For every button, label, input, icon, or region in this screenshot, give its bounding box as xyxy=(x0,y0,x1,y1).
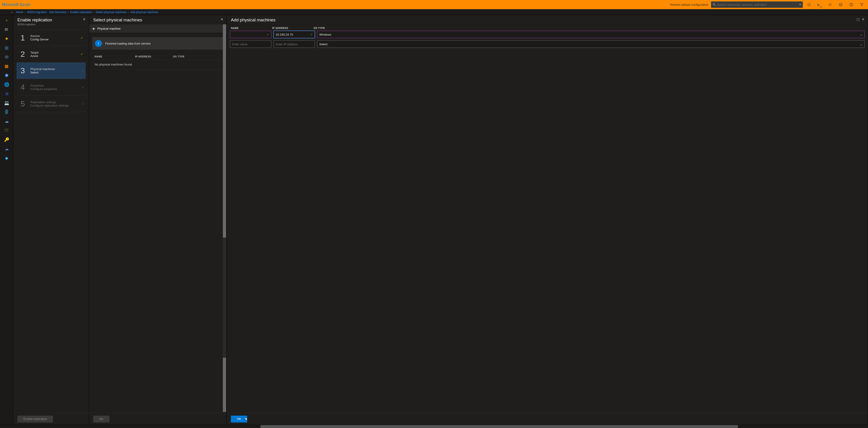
chevron-down-icon: ⌄ xyxy=(860,42,863,46)
svg-point-4 xyxy=(840,4,840,4)
table-header: NAME IP ADDRESS OS TYPE xyxy=(92,54,223,59)
close-icon[interactable]: ✕ xyxy=(221,18,223,21)
nav-cloud-icon[interactable]: ☁ xyxy=(2,117,11,125)
nav-favorites-icon[interactable]: ★ xyxy=(2,34,11,43)
top-bar: Microsoft Azure Restore default configur… xyxy=(0,0,868,9)
close-icon[interactable]: ✕ xyxy=(83,18,86,21)
check-icon: ✓ xyxy=(80,52,83,56)
filter-icon[interactable] xyxy=(858,0,866,9)
svg-point-12 xyxy=(5,29,5,30)
search-icon xyxy=(713,3,716,6)
chevron-right-icon: › xyxy=(83,85,83,89)
close-icon[interactable]: ✕ xyxy=(862,18,865,21)
add-physical-machine-button[interactable]: ＋ Physical machine xyxy=(89,24,226,33)
step-physical-machines[interactable]: 3 Physical machinesSelect › xyxy=(17,62,86,79)
blade-title: Select physical machines xyxy=(93,18,142,23)
name-input[interactable]: Enter name xyxy=(230,40,271,48)
ok-button[interactable]: OK xyxy=(231,416,247,423)
nav-vm-icon[interactable]: 💻 xyxy=(2,99,11,107)
breadcrumb-item[interactable]: Select physical machines xyxy=(96,10,127,14)
search-input[interactable] xyxy=(717,3,799,6)
os-type-select[interactable]: Windows⌄ xyxy=(317,31,865,38)
step-replication-settings[interactable]: 5 Replication settingsConfigure replicat… xyxy=(17,95,86,112)
nav-shield-icon[interactable]: 🛡 xyxy=(2,126,11,135)
svg-point-11 xyxy=(5,28,5,29)
svg-point-13 xyxy=(5,30,5,31)
blade-subtitle: W2K8-migration xyxy=(18,23,52,26)
breadcrumb-item[interactable]: Home xyxy=(16,10,23,14)
ip-address-input[interactable]: 10.150.24.70✓ xyxy=(274,31,315,38)
ok-button[interactable]: OK xyxy=(93,416,110,423)
nav-monitor-icon[interactable]: 🖥 xyxy=(2,90,11,98)
expand-nav-icon[interactable]: » xyxy=(11,10,12,14)
blade-title: Add physical machines xyxy=(231,18,275,23)
horizontal-scrollbar[interactable] xyxy=(0,425,868,428)
nav-cloud2-icon[interactable]: ☁ xyxy=(2,145,11,153)
step-source[interactable]: 1 SourceConfig-Server ✓ xyxy=(17,29,86,46)
info-text: Finished loading data from service xyxy=(105,42,151,45)
nav-database-icon[interactable]: 🗄 xyxy=(2,108,11,116)
left-nav: ＋ ★ ▤ ▦ 🌐 🖥 💻 🗄 ☁ 🛡 🔑 ☁ ◆ xyxy=(0,15,13,425)
form-header: NAME IP ADDRESS OS TYPE xyxy=(230,24,865,31)
brand-label: Microsoft Azure xyxy=(2,2,30,7)
blade-add-physical-machines: Add physical machines ▢ ✕ NAME IP ADDRES… xyxy=(227,15,868,425)
chevron-right-icon: › xyxy=(83,102,83,106)
maximize-icon[interactable]: ▢ xyxy=(857,18,860,21)
nav-list-icon[interactable] xyxy=(2,25,11,33)
breadcrumb-item[interactable]: Add physical machines xyxy=(130,10,159,14)
clear-search-icon[interactable]: × xyxy=(799,2,801,7)
settings-gear-icon[interactable] xyxy=(826,0,835,9)
os-type-select[interactable]: Select⌄ xyxy=(317,40,865,48)
nav-dashboards-icon[interactable]: ▤ xyxy=(2,44,11,52)
enable-replication-button[interactable]: Enable replication xyxy=(18,416,53,423)
breadcrumb-item[interactable]: W2K8-migration - Site Recovery xyxy=(27,10,66,14)
restore-default-link[interactable]: Restore default configuration xyxy=(670,3,708,6)
info-banner: i Finished loading data from service xyxy=(92,37,223,50)
info-icon: i xyxy=(95,40,102,47)
scrollbar[interactable] xyxy=(223,24,226,412)
notifications-icon[interactable] xyxy=(805,0,813,9)
help-icon[interactable] xyxy=(847,0,856,9)
svg-point-2 xyxy=(830,4,831,5)
ip-address-input[interactable]: Enter IP address xyxy=(274,40,315,48)
nav-cube-icon[interactable] xyxy=(2,53,11,61)
feedback-smile-icon[interactable] xyxy=(836,0,845,9)
check-icon: ✓ xyxy=(80,36,83,40)
blade-enable-replication: Enable replication W2K8-migration ✕ 1 So… xyxy=(13,15,89,425)
table-empty-message: No physical machines found. xyxy=(92,59,223,69)
blade-select-physical-machines: Select physical machines ✕ ＋ Physical ma… xyxy=(89,15,227,425)
svg-line-1 xyxy=(715,5,716,6)
svg-point-3 xyxy=(839,3,842,6)
breadcrumb: » Home› W2K8-migration - Site Recovery› … xyxy=(0,9,868,15)
nav-new-icon[interactable]: ＋ xyxy=(2,16,11,24)
svg-point-5 xyxy=(841,4,841,4)
step-properties[interactable]: 4 PropertiesConfigure properties › xyxy=(17,79,86,95)
check-icon: ✓ xyxy=(267,33,269,36)
breadcrumb-item[interactable]: Enable replication xyxy=(70,10,92,14)
nav-key-icon[interactable]: 🔑 xyxy=(2,136,11,144)
nav-grid-icon[interactable]: ▦ xyxy=(2,62,11,70)
plus-icon: ＋ xyxy=(91,26,96,32)
cloud-shell-icon[interactable]: >_ xyxy=(815,0,824,9)
nav-globe-icon[interactable]: 🌐 xyxy=(2,80,11,89)
nav-clock-icon[interactable] xyxy=(2,71,11,80)
blade-title: Enable replication xyxy=(18,18,52,23)
chevron-right-icon: › xyxy=(83,69,83,73)
step-target[interactable]: 2 TargetAzure ✓ xyxy=(17,46,86,62)
nav-diamond-icon[interactable]: ◆ xyxy=(2,154,11,162)
check-icon: ✓ xyxy=(310,33,313,36)
svg-point-0 xyxy=(713,3,715,5)
chevron-down-icon: ⌄ xyxy=(860,33,863,36)
name-input[interactable]: ✓ xyxy=(230,31,271,38)
global-search[interactable]: × xyxy=(711,1,803,8)
